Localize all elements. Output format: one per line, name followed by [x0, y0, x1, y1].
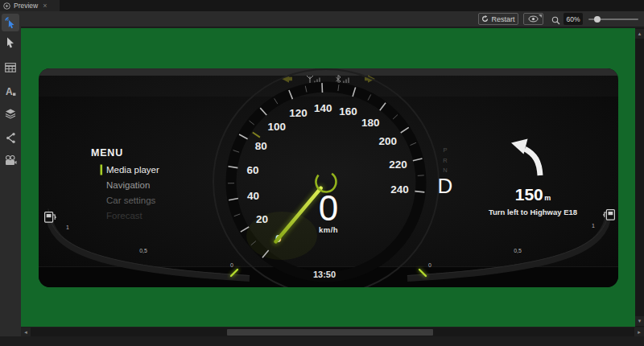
- tab-bar: Preview ×: [0, 0, 644, 11]
- svg-text:60: 60: [247, 164, 259, 176]
- dropdown-corner-icon: [539, 14, 542, 18]
- vertical-scrollbar[interactable]: ▴ ▾: [635, 28, 644, 327]
- tool-palette: A: [0, 11, 21, 336]
- svg-text:200: 200: [379, 135, 398, 147]
- footer-strip: [0, 336, 644, 346]
- fuel-scale-full: 1: [66, 224, 69, 230]
- tab-label: Preview: [14, 2, 38, 10]
- horizontal-scroll-thumb[interactable]: [227, 329, 433, 336]
- restart-icon: [481, 15, 489, 23]
- svg-text:240: 240: [390, 183, 409, 196]
- eye-icon: [528, 15, 539, 23]
- tab-close-icon[interactable]: ×: [43, 2, 47, 9]
- pointer-tool-button[interactable]: [2, 34, 19, 51]
- restart-label: Restart: [491, 15, 514, 23]
- svg-text:100: 100: [268, 121, 287, 133]
- charge-scale-half: 0,5: [514, 248, 522, 253]
- svg-text:80: 80: [255, 140, 267, 152]
- zoom-slider-thumb[interactable]: [594, 16, 601, 23]
- table-tool-button[interactable]: [2, 59, 19, 76]
- svg-text:40: 40: [247, 190, 259, 202]
- interaction-tool-button[interactable]: [2, 14, 19, 31]
- fuel-scale-half: 0,5: [139, 248, 147, 253]
- zoom-level-value[interactable]: 60%: [564, 13, 583, 25]
- menu-title: MENU: [91, 147, 123, 159]
- connections-icon: [6, 133, 16, 143]
- nav-distance-unit: m: [544, 194, 551, 202]
- horizontal-scrollbar[interactable]: ◂ ▸: [21, 327, 644, 336]
- scroll-left-button[interactable]: ◂: [21, 327, 31, 336]
- charge-scale-empty: 0: [428, 262, 431, 268]
- scroll-down-button[interactable]: ▾: [635, 316, 644, 326]
- fuel-scale-empty: 0: [230, 262, 233, 268]
- svg-text:160: 160: [339, 105, 357, 117]
- text-icon: A: [5, 86, 16, 97]
- menu-item-car-settings[interactable]: Car settings: [106, 196, 156, 205]
- visibility-button[interactable]: [523, 13, 543, 25]
- gear-p: P: [443, 146, 447, 154]
- layers-icon: [5, 109, 16, 119]
- restart-button[interactable]: Restart: [478, 13, 518, 25]
- nav-distance-value: 150: [515, 185, 543, 204]
- svg-text:140: 140: [314, 102, 332, 114]
- svg-text:220: 220: [389, 159, 407, 171]
- svg-text:180: 180: [361, 117, 380, 129]
- svg-text:A: A: [6, 86, 13, 97]
- charge-scale-full: 1: [592, 223, 595, 229]
- speed-unit: km/h: [319, 225, 338, 234]
- application-window: Preview × Restart 60%: [0, 0, 644, 346]
- clock: 13:50: [313, 270, 336, 279]
- camera-tool-button[interactable]: [2, 151, 19, 169]
- layers-tool-button[interactable]: [2, 105, 19, 122]
- text-tool-button[interactable]: A: [2, 82, 19, 100]
- toolbar: [21, 11, 644, 27]
- menu-item-media-player[interactable]: Media player: [106, 165, 159, 175]
- menu-selection-bar: [101, 165, 103, 175]
- gear-active: D: [438, 174, 453, 198]
- gear-r: R: [443, 157, 448, 164]
- svg-text:120: 120: [289, 107, 308, 119]
- camera-icon: [5, 155, 17, 166]
- play-circle-icon: [3, 2, 10, 10]
- scroll-up-button[interactable]: ▴: [635, 29, 644, 39]
- tab-preview[interactable]: Preview ×: [0, 0, 60, 11]
- instrument-cluster: 020406080100120140160180200220240 0 km/h…: [39, 68, 618, 287]
- pointer-icon: [6, 37, 15, 48]
- gear-n: N: [443, 167, 447, 174]
- interaction-cursor-icon: [5, 17, 17, 29]
- menu-item-navigation[interactable]: Navigation: [106, 180, 150, 190]
- nav-instruction: Turn left to Highway E18: [489, 208, 577, 216]
- table-icon: [5, 63, 16, 72]
- svg-text:20: 20: [256, 213, 268, 225]
- speed-value: 0: [319, 188, 338, 228]
- connections-tool-button[interactable]: [2, 129, 19, 146]
- menu-item-forecast[interactable]: Forecast: [106, 211, 143, 220]
- scroll-right-button[interactable]: ▸: [634, 327, 644, 336]
